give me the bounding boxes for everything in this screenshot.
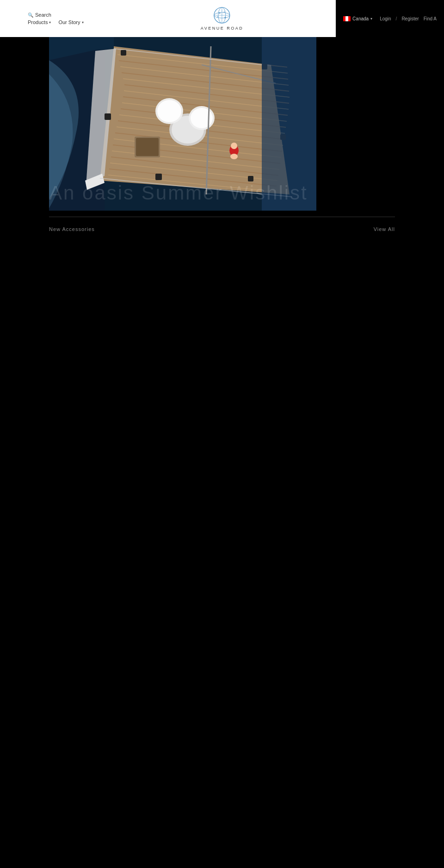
new-accessories-label: New Accessories [49,226,95,232]
site-header: 🔍 Search Products ▾ Our Story ▾ [0,0,444,37]
headline-section: An oasis Summer Wishlist [0,178,444,213]
svg-point-45 [230,154,238,159]
globe-icon [213,6,231,24]
view-all-link[interactable]: View All [374,226,395,232]
nav-our-story[interactable]: Our Story ▾ [58,19,83,25]
separator: / [396,16,397,21]
accessories-row: New Accessories View All [0,221,444,237]
find-link[interactable]: Find A [424,16,437,21]
svg-point-41 [157,100,181,122]
divider-line [49,217,395,217]
search-label: Search [35,12,51,18]
search-button[interactable]: 🔍 Search [28,12,84,18]
svg-point-46 [231,143,237,149]
canada-label: Canada [352,16,369,21]
svg-point-6 [223,12,225,13]
svg-point-7 [217,16,218,18]
svg-point-5 [219,12,221,14]
svg-rect-58 [136,138,159,156]
hero-headline: An oasis Summer Wishlist [49,182,395,204]
svg-point-9 [222,11,222,12]
canada-selector[interactable]: Canada ▾ [343,16,372,21]
logo-text: AVENUE ROAD [201,26,243,31]
svg-point-8 [224,17,226,19]
our-story-label: Our Story [58,19,80,25]
header-right: Canada ▾ Login / Register Find A [336,0,444,37]
site-logo[interactable]: AVENUE ROAD [201,6,243,31]
hero-section: An oasis Summer Wishlist [0,37,444,213]
header-right-bar: Canada ▾ Login / Register Find A [336,0,444,37]
register-link[interactable]: Register [401,16,419,21]
canada-chevron-icon: ▾ [370,17,372,21]
products-label: Products [28,19,48,25]
header-left-nav: 🔍 Search Products ▾ Our Story ▾ [28,12,84,25]
products-chevron-icon: ▾ [49,20,51,25]
canada-flag-icon [343,16,351,21]
nav-products[interactable]: Products ▾ [28,19,51,25]
svg-rect-51 [121,50,126,56]
main-content-area [0,237,444,862]
divider-section [0,217,444,217]
our-story-chevron-icon: ▾ [82,20,84,25]
account-links: Login / Register Find A [380,16,437,21]
login-link[interactable]: Login [380,16,391,21]
search-icon: 🔍 [28,12,33,18]
svg-rect-53 [105,113,111,120]
main-nav: Products ▾ Our Story ▾ [28,19,84,25]
